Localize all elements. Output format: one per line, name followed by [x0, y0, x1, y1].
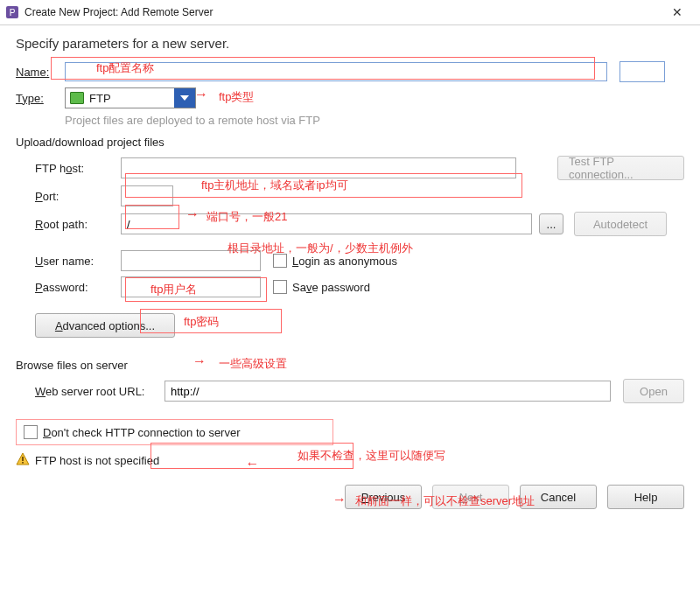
- ftp-host-input[interactable]: [121, 157, 516, 178]
- window-title: Create New Project: Add Remote Server: [24, 6, 660, 18]
- name-input-extra[interactable]: [620, 61, 665, 82]
- close-button[interactable]: ✕: [660, 5, 695, 19]
- svg-rect-2: [22, 457, 24, 461]
- open-button[interactable]: Open: [623, 379, 684, 403]
- footer-buttons: Previous Next Cancel Help: [16, 478, 684, 514]
- root-path-input[interactable]: [121, 213, 532, 234]
- label-port: Port:: [16, 190, 121, 203]
- label-name: Name:: [16, 66, 65, 79]
- row-port: Port:: [16, 185, 684, 206]
- section-browse-title: Browse files on server: [16, 359, 684, 372]
- row-name: Name:: [16, 61, 684, 82]
- deploy-hint: Project files are deployed to a remote h…: [65, 114, 684, 127]
- type-select[interactable]: FTP: [65, 87, 196, 108]
- row-advanced: Advanced options...: [16, 313, 684, 338]
- title-bar: P Create New Project: Add Remote Server …: [0, 0, 700, 25]
- cancel-button[interactable]: Cancel: [520, 485, 597, 509]
- row-web-url: Web server root URL: Open: [16, 379, 684, 403]
- svg-text:P: P: [10, 8, 16, 17]
- test-ftp-button[interactable]: Test FTP connection...: [557, 156, 684, 180]
- label-pass: Password:: [16, 281, 121, 294]
- help-button[interactable]: Help: [607, 485, 684, 509]
- login-anonymous-label: Login as anonymous: [292, 255, 397, 268]
- save-password-checkbox[interactable]: [273, 280, 287, 294]
- dont-check-label: Don't check HTTP connection to server: [43, 426, 241, 439]
- dialog-body: Specify parameters for a new server. Nam…: [0, 25, 700, 525]
- app-icon: P: [5, 5, 19, 19]
- label-type: Type:: [16, 92, 65, 105]
- name-input[interactable]: [65, 62, 607, 81]
- row-ftp-host: FTP host: Test FTP connection...: [16, 156, 684, 180]
- warning-icon: [16, 452, 30, 469]
- section-upload-title: Upload/download project files: [16, 136, 684, 149]
- label-web-url: Web server root URL:: [16, 385, 164, 398]
- dont-check-checkbox[interactable]: [24, 425, 38, 439]
- root-browse-button[interactable]: ...: [539, 213, 564, 234]
- next-button[interactable]: Next: [432, 485, 509, 509]
- password-input[interactable]: [121, 276, 261, 297]
- label-ftp-host: FTP host:: [16, 162, 121, 175]
- type-value: FTP: [89, 92, 174, 105]
- port-input[interactable]: [121, 185, 173, 206]
- login-anonymous-checkbox[interactable]: [273, 254, 287, 268]
- svg-rect-3: [22, 462, 24, 464]
- save-password-label: Save password: [292, 281, 370, 294]
- autodetect-button[interactable]: Autodetect: [574, 212, 667, 236]
- label-user: User name:: [16, 255, 121, 268]
- row-pass: Password: Save password: [16, 276, 684, 297]
- row-root: Root path: ... Autodetect: [16, 212, 684, 236]
- warning-text: FTP host is not specified: [35, 454, 159, 467]
- dropdown-arrow-icon[interactable]: [174, 88, 195, 108]
- web-url-input-right[interactable]: [366, 381, 611, 402]
- web-url-input[interactable]: [164, 381, 366, 402]
- username-input[interactable]: [121, 250, 261, 271]
- ftp-icon: [70, 92, 84, 104]
- dialog-heading: Specify parameters for a new server.: [16, 36, 684, 51]
- label-root: Root path:: [16, 218, 121, 231]
- warning-row: FTP host is not specified: [16, 452, 684, 469]
- row-type: Type: FTP: [16, 87, 684, 108]
- advanced-options-button[interactable]: Advanced options...: [35, 313, 175, 338]
- previous-button[interactable]: Previous: [345, 485, 422, 509]
- row-user: User name: Login as anonymous: [16, 250, 684, 271]
- dont-check-row: Don't check HTTP connection to server: [16, 419, 333, 445]
